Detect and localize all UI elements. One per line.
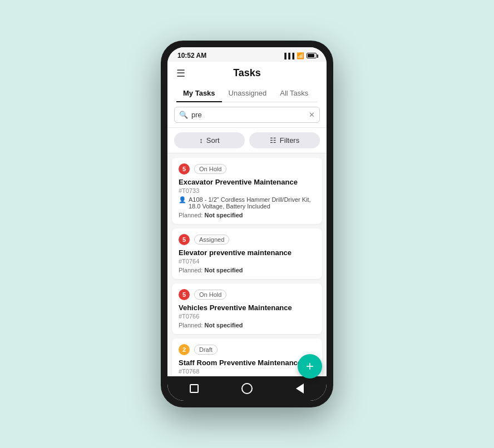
priority-badge-4: 2 (179, 344, 190, 355)
status-icons: ▐▐▐ 📶 (283, 52, 317, 59)
header: ☰ Tasks My Tasks Unassigned All Tasks (167, 62, 327, 102)
tab-my-tasks[interactable]: My Tasks (176, 84, 222, 102)
fab-icon: + (306, 359, 314, 374)
status-badge-3: On Hold (194, 290, 226, 300)
search-input[interactable] (191, 111, 309, 119)
filter-label: Filters (280, 136, 299, 145)
nav-circle-button[interactable] (239, 381, 255, 396)
status-badge-2: Assigned (194, 235, 229, 245)
task-title-1: Excavator Preventive Maintenance (179, 178, 315, 186)
task-header-1: 5 On Hold (179, 163, 315, 175)
app-content: ☰ Tasks My Tasks Unassigned All Tasks (167, 62, 327, 376)
status-badge-4: Draft (194, 345, 218, 355)
phone-screen: 10:52 AM ▐▐▐ 📶 ☰ Tasks My Tas (167, 47, 327, 401)
clear-icon[interactable]: ✕ (309, 111, 315, 119)
nav-back-icon (296, 384, 304, 394)
task-id-3: #T0766 (179, 313, 315, 320)
nav-back-button[interactable] (292, 381, 308, 396)
signal-icon: ▐▐▐ (283, 53, 294, 59)
task-title-2: Elevator preventive maintenance (179, 248, 315, 257)
phone-frame: 10:52 AM ▐▐▐ 📶 ☰ Tasks My Tas (161, 41, 333, 407)
task-header-2: 5 Assigned (179, 234, 315, 245)
task-title-3: Vehicles Preventive Maintenance (179, 303, 315, 312)
task-card-3[interactable]: 5 On Hold Vehicles Preventive Maintenanc… (172, 283, 322, 334)
task-header-3: 5 On Hold (179, 289, 315, 300)
task-planned-2: Planned: Not specified (179, 267, 315, 273)
fab-button[interactable]: + (298, 354, 322, 379)
tab-all-tasks[interactable]: All Tasks (273, 84, 315, 102)
task-header-4: 2 Draft (179, 344, 315, 355)
nav-square-icon (190, 384, 199, 393)
header-top: ☰ Tasks (176, 67, 318, 79)
task-id-4: #T0768 (179, 368, 315, 375)
task-id-1: #T0733 (179, 187, 315, 194)
tabs: My Tasks Unassigned All Tasks (176, 84, 318, 102)
task-id-2: #T0764 (179, 258, 315, 265)
sort-icon: ↕ (199, 136, 203, 145)
battery-icon (307, 53, 317, 58)
task-list: 5 On Hold Excavator Preventive Maintenan… (167, 153, 327, 376)
task-planned-3: Planned: Not specified (179, 322, 315, 328)
task-title-4: Staff Room Preventive Maintenance (179, 359, 315, 367)
priority-badge-3: 5 (179, 289, 190, 300)
wifi-icon: 📶 (297, 52, 304, 59)
nav-square-button[interactable] (186, 381, 202, 396)
task-card-1[interactable]: 5 On Hold Excavator Preventive Maintenan… (172, 158, 322, 224)
search-input-wrapper: 🔍 ✕ (174, 107, 320, 123)
sort-button[interactable]: ↕ Sort (174, 132, 245, 148)
nav-bar (167, 376, 327, 401)
search-bar: 🔍 ✕ (167, 102, 327, 128)
task-planned-1: Planned: Not specified (179, 212, 315, 218)
task-card-2[interactable]: 5 Assigned Elevator preventive maintenan… (172, 228, 322, 279)
filter-button[interactable]: ☷ Filters (249, 132, 320, 148)
search-icon: 🔍 (179, 111, 188, 119)
priority-badge-2: 5 (179, 234, 190, 245)
menu-icon[interactable]: ☰ (176, 67, 185, 79)
sort-filter-bar: ↕ Sort ☷ Filters (167, 128, 327, 153)
task-asset-1: 👤 A108 - 1/2" Cordless Hammer Drill/Driv… (179, 196, 315, 210)
sort-label: Sort (206, 136, 220, 145)
status-bar: 10:52 AM ▐▐▐ 📶 (167, 47, 327, 62)
status-time: 10:52 AM (177, 52, 206, 59)
status-badge-1: On Hold (194, 164, 226, 174)
header-title: Tasks (233, 67, 261, 79)
priority-badge-1: 5 (179, 163, 190, 175)
asset-icon-1: 👤 (179, 196, 186, 203)
filter-icon: ☷ (270, 136, 276, 145)
nav-circle-icon (241, 383, 253, 394)
tab-unassigned[interactable]: Unassigned (222, 84, 274, 102)
